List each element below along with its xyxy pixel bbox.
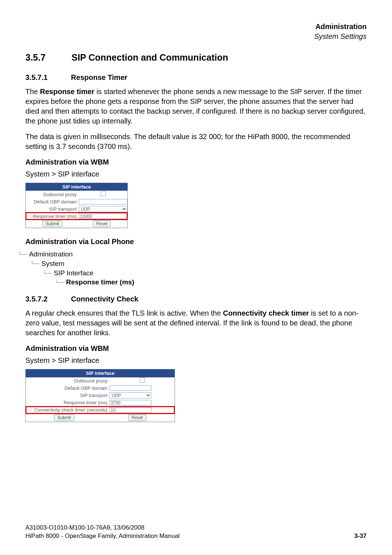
response-timer-input[interactable] (110, 400, 151, 405)
tree-item: Administration (29, 250, 73, 258)
header-subtitle: System Settings (25, 32, 367, 41)
sip-interface-panel-2: SIP interface Outbound proxy Default OBP… (25, 369, 175, 422)
label-sip-transport: SIP transport (26, 392, 109, 399)
header-title: Administration (25, 22, 367, 32)
text-bold: Connectivity check timer (223, 309, 309, 317)
subsection-heading: 3.5.7.2 Connectivity Check (25, 294, 367, 304)
label-outbound-proxy: Outbound proxy (26, 191, 78, 198)
text: The (25, 88, 40, 96)
text: A regular check ensures that the TLS lin… (25, 309, 223, 317)
subsection-number: 3.5.7.1 (25, 73, 69, 82)
response-timer-input[interactable] (79, 214, 127, 219)
paragraph: A regular check ensures that the TLS lin… (25, 308, 367, 338)
footer-line-1: A31003-O1010-M100-10-76A9, 13/06/2008 (25, 524, 180, 532)
text-bold: Response timer (40, 88, 94, 96)
paragraph: The Response timer is started whenever t… (25, 87, 367, 126)
default-obp-input[interactable] (110, 385, 151, 391)
tree-item: System (41, 260, 64, 267)
label-response-timer: Response timer (ms) (26, 213, 78, 220)
connectivity-check-input[interactable] (110, 407, 151, 413)
reset-button[interactable]: Reset (128, 414, 146, 421)
tree-item-bold: Response timer (ms) (66, 278, 134, 286)
sip-interface-panel-1: SIP interface Outbound proxy Default OBP… (25, 183, 128, 228)
label-sip-transport: SIP transport (26, 206, 78, 212)
label-connectivity-check: Connectivity check timer (seconds) (26, 407, 109, 413)
subhead-wbm: Administration via WBM (25, 344, 367, 353)
subsection-number: 3.5.7.2 (25, 294, 69, 304)
label-default-obp: Default OBP domain (26, 199, 78, 205)
sip-transport-select[interactable]: UDP (79, 206, 127, 212)
outbound-proxy-checkbox[interactable] (101, 191, 106, 196)
panel-title: SIP interface (26, 183, 127, 191)
sip-transport-select[interactable]: UDP (110, 392, 151, 398)
paragraph: The data is given in milliseconds. The d… (25, 132, 367, 151)
section-number: 3.5.7 (25, 52, 69, 64)
outbound-proxy-checkbox[interactable] (140, 377, 145, 382)
footer-line-2: HiPath 8000 - OpenStage Family, Administ… (25, 532, 180, 540)
submit-button[interactable]: Submit (54, 414, 74, 421)
page-footer: A31003-O1010-M100-10-76A9, 13/06/2008 Hi… (25, 524, 367, 540)
subsection-title: Connectivity Check (71, 295, 139, 303)
panel-title: SIP interface (26, 369, 175, 377)
page-header: Administration System Settings (25, 22, 367, 41)
menu-tree: Administration System SIP Interface Resp… (29, 250, 367, 287)
section-title: SIP Connection and Communication (72, 52, 228, 62)
label-default-obp: Default OBP domain (26, 385, 109, 392)
submit-button[interactable]: Submit (42, 220, 62, 227)
breadcrumb: System > SIP interface (25, 356, 367, 365)
subsection-title: Response Timer (71, 73, 127, 81)
label-outbound-proxy: Outbound proxy (26, 378, 109, 384)
label-response-timer: Response timer (ms) (26, 400, 109, 406)
reset-button[interactable]: Reset (93, 220, 111, 227)
subsection-heading: 3.5.7.1 Response Timer (25, 73, 367, 82)
subhead-local-phone: Administration via Local Phone (25, 237, 367, 247)
default-obp-input[interactable] (79, 199, 127, 204)
breadcrumb: System > SIP interface (25, 169, 367, 179)
tree-item: SIP Interface (54, 269, 94, 277)
subhead-wbm: Administration via WBM (25, 157, 367, 167)
section-heading: 3.5.7 SIP Connection and Communication (25, 52, 367, 64)
page-number: 3-37 (354, 532, 367, 540)
